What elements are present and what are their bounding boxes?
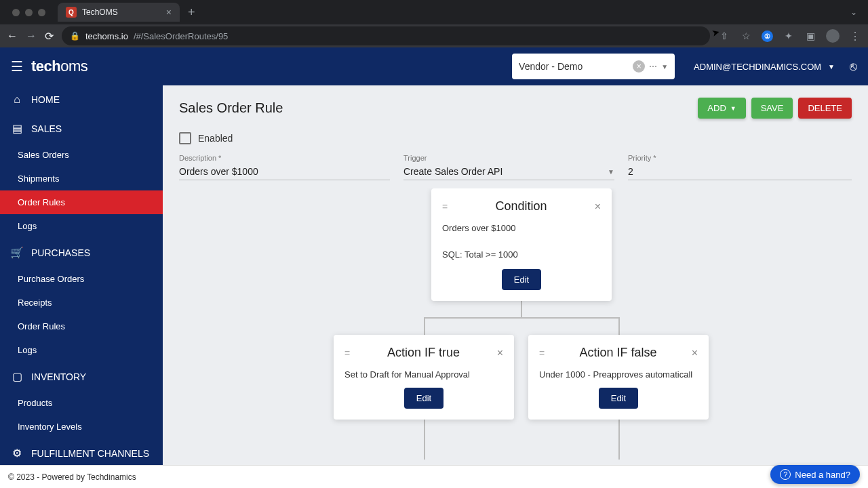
minimize-window-icon[interactable] xyxy=(25,9,33,16)
connector-line xyxy=(424,419,425,460)
user-menu[interactable]: ADMIN@TECHDINAMICS.COM ▼ xyxy=(694,62,835,72)
sidebar-label: PURCHASES xyxy=(31,247,90,258)
help-label: Need a hand? xyxy=(795,470,850,480)
card-sql: SQL: Total >= 1000 xyxy=(442,249,601,260)
window-controls[interactable] xyxy=(12,9,45,16)
sidebar-item-inventory-levels[interactable]: Inventory Levels xyxy=(0,415,163,439)
more-icon[interactable]: ⋮ xyxy=(849,30,861,42)
connector-line xyxy=(618,317,620,335)
sidebar-item-order-rules[interactable]: Order Rules xyxy=(0,190,163,214)
edit-button[interactable]: Edit xyxy=(599,388,638,409)
flow-canvas: = Condition × Orders over $1000 SQL: Tot… xyxy=(163,188,868,488)
save-button[interactable]: SAVE xyxy=(751,98,793,119)
footer-text: © 2023 - Powered by Techdinamics xyxy=(8,472,136,482)
forward-icon[interactable]: → xyxy=(26,30,37,42)
sidebar-label: INVENTORY xyxy=(31,371,86,382)
action-true-card: = Action IF true × Set to Draft for Manu… xyxy=(334,335,514,420)
sidebar-item-sales-orders[interactable]: Sales Orders xyxy=(0,143,163,167)
extension-icon[interactable]: ① xyxy=(762,30,773,42)
sidebar-label: HOME xyxy=(31,94,60,105)
connector-line xyxy=(424,317,619,319)
sidebar-item-logs-2[interactable]: Logs xyxy=(0,338,163,362)
url-host: techoms.io xyxy=(85,31,128,41)
tabs-chevron-icon[interactable]: ⌄ xyxy=(850,7,857,17)
sidebar-item-sales[interactable]: ▤ SALES xyxy=(0,114,163,143)
close-icon[interactable]: × xyxy=(497,347,503,359)
close-icon[interactable]: × xyxy=(692,347,698,359)
vendor-value: Vendor - Demo xyxy=(519,61,629,72)
logo: techoms xyxy=(31,58,87,75)
vendor-select[interactable]: Vendor - Demo × ⋯ ▼ xyxy=(512,54,675,79)
favicon-icon: Q xyxy=(66,7,77,18)
drag-handle-icon[interactable]: = xyxy=(344,348,350,359)
description-input[interactable] xyxy=(179,163,390,180)
panel-icon[interactable]: ▣ xyxy=(804,30,816,42)
bookmark-icon[interactable]: ☆ xyxy=(740,30,752,42)
chevron-down-icon[interactable]: ▼ xyxy=(661,63,668,70)
menu-icon[interactable]: ☰ xyxy=(11,58,23,75)
share-icon[interactable]: ⇧ xyxy=(718,30,730,42)
sidebar-item-receipts[interactable]: Receipts xyxy=(0,291,163,314)
sidebar-item-home[interactable]: ⌂ HOME xyxy=(0,85,163,114)
browser-tab[interactable]: Q TechOMS × xyxy=(58,3,180,22)
profile-avatar-icon[interactable] xyxy=(826,29,840,43)
field-label: Priority * xyxy=(628,154,852,162)
network-icon: ⚙ xyxy=(11,447,23,460)
close-window-icon[interactable] xyxy=(12,9,20,16)
card-text: Under 1000 - Preapproves automaticall xyxy=(539,369,698,380)
box-icon: ▢ xyxy=(11,370,23,383)
url-input[interactable]: 🔒 techoms.io/#/SalesOrderRoutes/95 xyxy=(62,26,710,45)
tab-close-icon[interactable]: × xyxy=(166,7,172,18)
card-text: Orders over $1000 xyxy=(442,223,601,233)
add-button[interactable]: ADD ▼ xyxy=(698,98,745,119)
edit-button[interactable]: Edit xyxy=(404,388,443,409)
dots-icon[interactable]: ⋯ xyxy=(649,62,657,71)
drag-handle-icon[interactable]: = xyxy=(442,201,448,212)
help-button[interactable]: ? Need a hand? xyxy=(770,465,860,484)
sidebar-item-products[interactable]: Products xyxy=(0,391,163,415)
reload-icon[interactable]: ⟳ xyxy=(45,30,54,43)
sidebar-item-logs[interactable]: Logs xyxy=(0,214,163,238)
field-label: Description * xyxy=(179,154,390,162)
connector-line xyxy=(424,317,425,335)
app-body: ⌂ HOME ▤ SALES Sales Orders Shipments Or… xyxy=(0,85,868,488)
card-title: Condition xyxy=(448,199,594,214)
clear-icon[interactable]: × xyxy=(633,60,645,73)
toolbar-icons: ⇧ ☆ ① ✦ ▣ ⋮ xyxy=(718,29,861,43)
sidebar-label: SALES xyxy=(31,123,62,134)
cart-icon: 🛒 xyxy=(11,246,23,259)
puzzle-icon[interactable]: ✦ xyxy=(783,30,795,42)
button-label: ADD xyxy=(707,103,726,113)
sidebar-item-order-rules-2[interactable]: Order Rules xyxy=(0,314,163,338)
sidebar-label: FULFILLMENT CHANNELS xyxy=(31,448,149,459)
sidebar-item-purchases[interactable]: 🛒 PURCHASES xyxy=(0,238,163,267)
sidebar-item-fulfillment[interactable]: ⚙ FULFILLMENT CHANNELS xyxy=(0,439,163,468)
action-false-card: = Action IF false × Under 1000 - Preappr… xyxy=(528,335,709,420)
chevron-down-icon: ▼ xyxy=(828,63,835,70)
trigger-select[interactable]: Create Sales Order API ▼ xyxy=(403,163,614,180)
close-icon[interactable]: × xyxy=(595,201,601,213)
sidebar-item-shipments[interactable]: Shipments xyxy=(0,167,163,190)
logout-icon[interactable]: ⎋ xyxy=(850,60,857,74)
card-title: Action IF false xyxy=(545,346,691,360)
sidebar-item-purchase-orders[interactable]: Purchase Orders xyxy=(0,267,163,291)
new-tab-icon[interactable]: + xyxy=(188,5,195,20)
condition-card: = Condition × Orders over $1000 SQL: Tot… xyxy=(431,188,612,301)
tab-title: TechOMS xyxy=(82,7,118,17)
tab-bar: Q TechOMS × + ⌄ xyxy=(0,0,868,24)
drag-handle-icon[interactable]: = xyxy=(539,348,545,359)
sidebar-item-inventory[interactable]: ▢ INVENTORY xyxy=(0,362,163,391)
maximize-window-icon[interactable] xyxy=(38,9,45,16)
address-bar: ← → ⟳ 🔒 techoms.io/#/SalesOrderRoutes/95… xyxy=(0,24,868,47)
back-icon[interactable]: ← xyxy=(7,30,18,42)
lock-icon: 🔒 xyxy=(70,31,80,41)
enabled-checkbox[interactable] xyxy=(179,132,191,144)
connector-line xyxy=(618,419,620,460)
enabled-row: Enabled xyxy=(163,124,868,150)
delete-button[interactable]: DELETE xyxy=(798,98,852,119)
home-icon: ⌂ xyxy=(11,94,23,106)
enabled-label: Enabled xyxy=(198,133,233,144)
description-field: Description * xyxy=(179,154,390,180)
priority-input[interactable] xyxy=(628,163,852,180)
edit-button[interactable]: Edit xyxy=(502,269,541,290)
